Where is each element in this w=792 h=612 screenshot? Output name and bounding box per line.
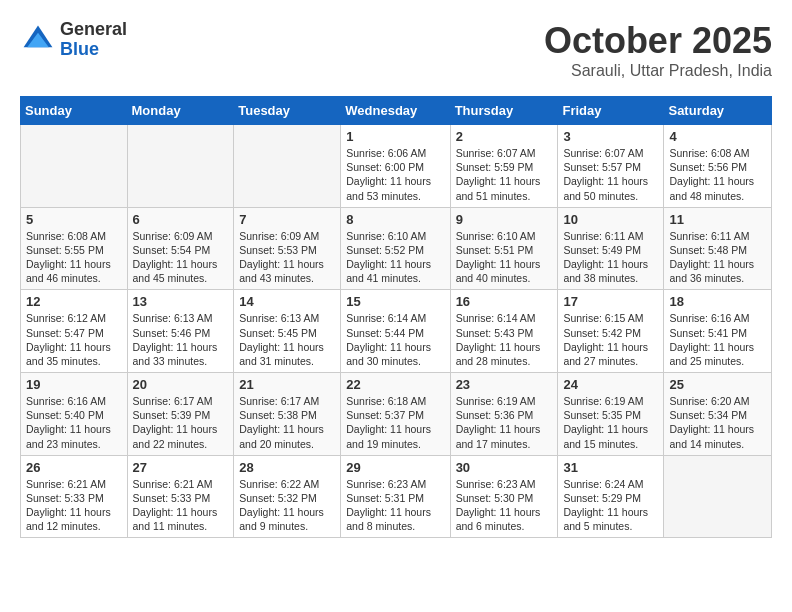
logo-general-text: General: [60, 20, 127, 40]
day-number: 31: [563, 460, 658, 475]
day-number: 15: [346, 294, 444, 309]
calendar-cell: 22Sunrise: 6:18 AM Sunset: 5:37 PM Dayli…: [341, 373, 450, 456]
day-info: Sunrise: 6:17 AM Sunset: 5:38 PM Dayligh…: [239, 394, 335, 451]
day-info: Sunrise: 6:13 AM Sunset: 5:45 PM Dayligh…: [239, 311, 335, 368]
calendar-cell: 19Sunrise: 6:16 AM Sunset: 5:40 PM Dayli…: [21, 373, 128, 456]
day-info: Sunrise: 6:15 AM Sunset: 5:42 PM Dayligh…: [563, 311, 658, 368]
day-info: Sunrise: 6:14 AM Sunset: 5:44 PM Dayligh…: [346, 311, 444, 368]
day-number: 30: [456, 460, 553, 475]
calendar-table: SundayMondayTuesdayWednesdayThursdayFrid…: [20, 96, 772, 538]
calendar-cell: 29Sunrise: 6:23 AM Sunset: 5:31 PM Dayli…: [341, 455, 450, 538]
day-info: Sunrise: 6:08 AM Sunset: 5:56 PM Dayligh…: [669, 146, 766, 203]
calendar-cell: 13Sunrise: 6:13 AM Sunset: 5:46 PM Dayli…: [127, 290, 234, 373]
calendar-cell: 30Sunrise: 6:23 AM Sunset: 5:30 PM Dayli…: [450, 455, 558, 538]
calendar-week-row: 26Sunrise: 6:21 AM Sunset: 5:33 PM Dayli…: [21, 455, 772, 538]
calendar-cell: 20Sunrise: 6:17 AM Sunset: 5:39 PM Dayli…: [127, 373, 234, 456]
day-number: 17: [563, 294, 658, 309]
calendar-day-header: Monday: [127, 97, 234, 125]
day-info: Sunrise: 6:06 AM Sunset: 6:00 PM Dayligh…: [346, 146, 444, 203]
day-info: Sunrise: 6:23 AM Sunset: 5:31 PM Dayligh…: [346, 477, 444, 534]
day-number: 10: [563, 212, 658, 227]
calendar-cell: 25Sunrise: 6:20 AM Sunset: 5:34 PM Dayli…: [664, 373, 772, 456]
calendar-cell: 11Sunrise: 6:11 AM Sunset: 5:48 PM Dayli…: [664, 207, 772, 290]
day-info: Sunrise: 6:07 AM Sunset: 5:59 PM Dayligh…: [456, 146, 553, 203]
calendar-cell: 9Sunrise: 6:10 AM Sunset: 5:51 PM Daylig…: [450, 207, 558, 290]
calendar-cell: [21, 125, 128, 208]
calendar-cell: [664, 455, 772, 538]
day-number: 22: [346, 377, 444, 392]
day-info: Sunrise: 6:23 AM Sunset: 5:30 PM Dayligh…: [456, 477, 553, 534]
day-number: 14: [239, 294, 335, 309]
calendar-cell: 31Sunrise: 6:24 AM Sunset: 5:29 PM Dayli…: [558, 455, 664, 538]
calendar-day-header: Wednesday: [341, 97, 450, 125]
day-info: Sunrise: 6:21 AM Sunset: 5:33 PM Dayligh…: [133, 477, 229, 534]
day-info: Sunrise: 6:20 AM Sunset: 5:34 PM Dayligh…: [669, 394, 766, 451]
calendar-cell: 23Sunrise: 6:19 AM Sunset: 5:36 PM Dayli…: [450, 373, 558, 456]
calendar-cell: 21Sunrise: 6:17 AM Sunset: 5:38 PM Dayli…: [234, 373, 341, 456]
calendar-day-header: Saturday: [664, 97, 772, 125]
day-info: Sunrise: 6:24 AM Sunset: 5:29 PM Dayligh…: [563, 477, 658, 534]
day-number: 20: [133, 377, 229, 392]
calendar-cell: 10Sunrise: 6:11 AM Sunset: 5:49 PM Dayli…: [558, 207, 664, 290]
calendar-cell: 3Sunrise: 6:07 AM Sunset: 5:57 PM Daylig…: [558, 125, 664, 208]
calendar-cell: 28Sunrise: 6:22 AM Sunset: 5:32 PM Dayli…: [234, 455, 341, 538]
logo-icon: [20, 22, 56, 58]
day-number: 23: [456, 377, 553, 392]
day-info: Sunrise: 6:16 AM Sunset: 5:40 PM Dayligh…: [26, 394, 122, 451]
day-info: Sunrise: 6:19 AM Sunset: 5:36 PM Dayligh…: [456, 394, 553, 451]
calendar-cell: 12Sunrise: 6:12 AM Sunset: 5:47 PM Dayli…: [21, 290, 128, 373]
day-number: 8: [346, 212, 444, 227]
logo: General Blue: [20, 20, 127, 60]
month-title: October 2025: [544, 20, 772, 62]
calendar-cell: 26Sunrise: 6:21 AM Sunset: 5:33 PM Dayli…: [21, 455, 128, 538]
day-number: 16: [456, 294, 553, 309]
calendar-cell: 7Sunrise: 6:09 AM Sunset: 5:53 PM Daylig…: [234, 207, 341, 290]
logo-text: General Blue: [60, 20, 127, 60]
day-number: 29: [346, 460, 444, 475]
day-info: Sunrise: 6:22 AM Sunset: 5:32 PM Dayligh…: [239, 477, 335, 534]
day-info: Sunrise: 6:10 AM Sunset: 5:52 PM Dayligh…: [346, 229, 444, 286]
day-number: 2: [456, 129, 553, 144]
calendar-day-header: Sunday: [21, 97, 128, 125]
calendar-cell: 17Sunrise: 6:15 AM Sunset: 5:42 PM Dayli…: [558, 290, 664, 373]
day-number: 6: [133, 212, 229, 227]
day-info: Sunrise: 6:16 AM Sunset: 5:41 PM Dayligh…: [669, 311, 766, 368]
day-number: 7: [239, 212, 335, 227]
day-number: 11: [669, 212, 766, 227]
day-number: 25: [669, 377, 766, 392]
day-number: 24: [563, 377, 658, 392]
calendar-week-row: 12Sunrise: 6:12 AM Sunset: 5:47 PM Dayli…: [21, 290, 772, 373]
calendar-day-header: Thursday: [450, 97, 558, 125]
calendar-cell: [234, 125, 341, 208]
calendar-cell: 27Sunrise: 6:21 AM Sunset: 5:33 PM Dayli…: [127, 455, 234, 538]
day-number: 18: [669, 294, 766, 309]
calendar-cell: 14Sunrise: 6:13 AM Sunset: 5:45 PM Dayli…: [234, 290, 341, 373]
day-number: 21: [239, 377, 335, 392]
day-info: Sunrise: 6:11 AM Sunset: 5:48 PM Dayligh…: [669, 229, 766, 286]
calendar-header-row: SundayMondayTuesdayWednesdayThursdayFrid…: [21, 97, 772, 125]
calendar-cell: 24Sunrise: 6:19 AM Sunset: 5:35 PM Dayli…: [558, 373, 664, 456]
day-info: Sunrise: 6:21 AM Sunset: 5:33 PM Dayligh…: [26, 477, 122, 534]
day-info: Sunrise: 6:10 AM Sunset: 5:51 PM Dayligh…: [456, 229, 553, 286]
day-number: 13: [133, 294, 229, 309]
day-info: Sunrise: 6:17 AM Sunset: 5:39 PM Dayligh…: [133, 394, 229, 451]
day-number: 1: [346, 129, 444, 144]
calendar-cell: 1Sunrise: 6:06 AM Sunset: 6:00 PM Daylig…: [341, 125, 450, 208]
calendar-cell: [127, 125, 234, 208]
calendar-cell: 2Sunrise: 6:07 AM Sunset: 5:59 PM Daylig…: [450, 125, 558, 208]
day-number: 19: [26, 377, 122, 392]
day-info: Sunrise: 6:12 AM Sunset: 5:47 PM Dayligh…: [26, 311, 122, 368]
calendar-week-row: 5Sunrise: 6:08 AM Sunset: 5:55 PM Daylig…: [21, 207, 772, 290]
calendar-cell: 16Sunrise: 6:14 AM Sunset: 5:43 PM Dayli…: [450, 290, 558, 373]
calendar-cell: 6Sunrise: 6:09 AM Sunset: 5:54 PM Daylig…: [127, 207, 234, 290]
calendar-week-row: 19Sunrise: 6:16 AM Sunset: 5:40 PM Dayli…: [21, 373, 772, 456]
day-number: 3: [563, 129, 658, 144]
day-info: Sunrise: 6:13 AM Sunset: 5:46 PM Dayligh…: [133, 311, 229, 368]
day-number: 27: [133, 460, 229, 475]
calendar-cell: 4Sunrise: 6:08 AM Sunset: 5:56 PM Daylig…: [664, 125, 772, 208]
logo-blue-text: Blue: [60, 40, 127, 60]
calendar-week-row: 1Sunrise: 6:06 AM Sunset: 6:00 PM Daylig…: [21, 125, 772, 208]
day-info: Sunrise: 6:11 AM Sunset: 5:49 PM Dayligh…: [563, 229, 658, 286]
page-header: General Blue October 2025 Sarauli, Uttar…: [20, 20, 772, 80]
day-info: Sunrise: 6:07 AM Sunset: 5:57 PM Dayligh…: [563, 146, 658, 203]
